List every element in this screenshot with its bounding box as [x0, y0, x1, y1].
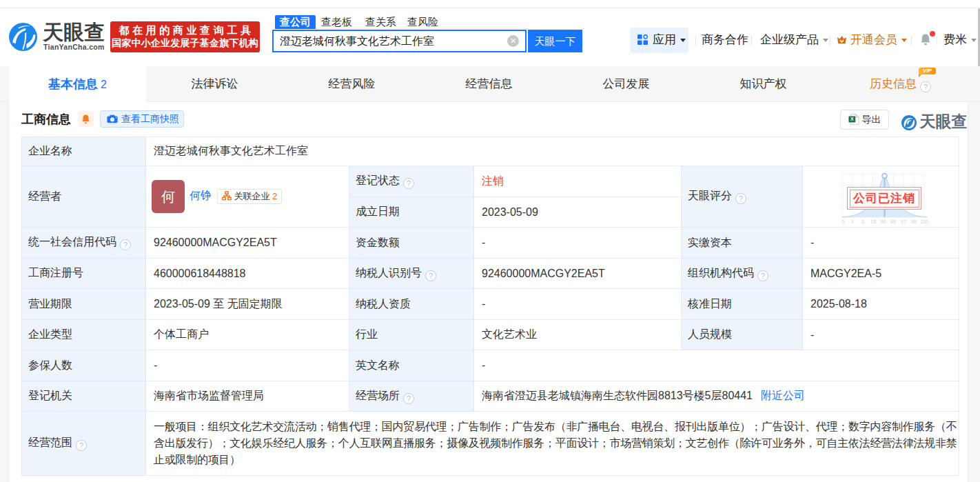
svg-text:15: 15 — [870, 219, 876, 224]
svg-text:0: 0 — [841, 219, 844, 224]
svg-text:99: 99 — [911, 219, 917, 224]
svg-text:1: 1 — [851, 219, 854, 224]
svg-text:85: 85 — [890, 219, 896, 224]
svg-text:100: 100 — [920, 219, 928, 224]
svg-text:X: X — [850, 117, 853, 122]
svg-text:97: 97 — [901, 219, 906, 224]
svg-text:3: 3 — [861, 219, 864, 224]
svg-text:50: 50 — [881, 219, 886, 224]
